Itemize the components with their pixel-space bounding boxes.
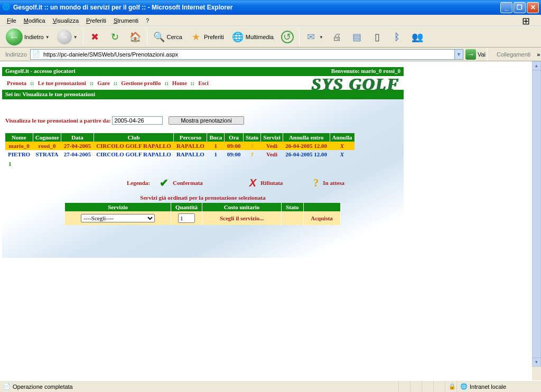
col-ora: Ora — [225, 133, 244, 142]
mobile-icon: ▯ — [371, 31, 384, 43]
svc-col-servizio: Servizio — [65, 203, 171, 211]
messenger-icon: 👥 — [411, 31, 424, 43]
refresh-icon: ↻ — [109, 31, 122, 43]
forward-dropdown-icon[interactable]: ▼ — [73, 35, 78, 40]
page-icon: 📄 — [32, 50, 41, 59]
table-header-row: Nome Cognome Data Club Percorso Buca Ora… — [5, 133, 355, 142]
legend-rifiutata: Rifiutata — [260, 180, 283, 186]
legend: Legenda: ✔ Confermata X Rifiutata ? In a… — [5, 176, 400, 189]
refresh-button[interactable]: ↻ — [106, 29, 125, 45]
services-table: Servizio Quantità Costo unitario Stato -… — [65, 203, 340, 225]
col-data: Data — [61, 133, 94, 142]
edit-button[interactable]: ▤ — [348, 29, 367, 45]
go-arrow-icon: → — [465, 49, 476, 60]
menu-file[interactable]: File — [3, 16, 20, 25]
menu-visualizza[interactable]: Visualizza — [49, 16, 82, 25]
menu-strumenti[interactable]: Strumenti — [110, 16, 142, 25]
svc-hint: Scegli il servizio... — [202, 211, 282, 225]
messenger-button[interactable]: 👥 — [408, 29, 427, 45]
filter-date-input[interactable] — [112, 116, 163, 125]
forward-button[interactable]: → ▼ — [54, 28, 81, 46]
service-select[interactable]: ----Scegli---- — [81, 214, 155, 222]
address-bar: Indirizzo 📄 ▼ → Vai Collegamenti » — [0, 48, 541, 61]
home-button[interactable]: 🏠 — [126, 29, 145, 45]
forward-arrow-icon: → — [57, 30, 72, 44]
close-button[interactable]: ✕ — [527, 2, 539, 13]
search-button[interactable]: 🔍 Cerca — [150, 29, 185, 45]
home-icon: 🏠 — [129, 31, 142, 43]
scroll-down-icon[interactable]: ▾ — [532, 358, 541, 367]
nav-gestione-profilo[interactable]: Gestione profilo — [121, 80, 161, 86]
minimize-button[interactable]: _ — [500, 2, 512, 13]
history-button[interactable]: ↺ — [278, 29, 297, 45]
print-button[interactable]: 🖨 — [328, 29, 347, 45]
menu-help[interactable]: ? — [142, 16, 153, 25]
legend-label: Legenda: — [127, 180, 150, 186]
quantity-input[interactable] — [178, 213, 195, 223]
multimedia-button[interactable]: 🌐 Multimedia — [228, 29, 277, 45]
nav-home[interactable]: Home — [172, 80, 187, 86]
svc-col-action — [303, 203, 340, 211]
lock-icon: 🔒 — [449, 383, 456, 390]
header-left: Gesgolf.it - accesso giocatori — [5, 68, 76, 76]
mail-button[interactable]: ✉ ▼ — [302, 29, 327, 45]
status-empty-cell — [422, 381, 433, 392]
cancel-link[interactable]: X — [330, 142, 355, 150]
bluetooth-button[interactable]: ᛒ — [388, 29, 407, 45]
nav-prenota[interactable]: Prenota — [7, 80, 26, 86]
address-input[interactable] — [42, 51, 454, 58]
scroll-up-icon[interactable]: ▴ — [532, 61, 541, 70]
svc-stato-cell — [282, 211, 303, 225]
vedi-link[interactable]: Vedi — [261, 142, 283, 150]
browser-viewport: Gesgolf.it - accesso giocatori Benvenuto… — [0, 61, 541, 380]
address-dropdown-icon[interactable]: ▼ — [454, 50, 463, 59]
mail-dropdown-icon[interactable]: ▼ — [319, 35, 323, 40]
star-icon: ★ — [190, 31, 202, 43]
zone-icon: 🌐 — [460, 383, 468, 390]
favorites-button[interactable]: ★ Preferiti — [186, 29, 227, 45]
go-button[interactable]: → Vai — [465, 49, 486, 60]
svc-col-quantita: Quantità — [171, 203, 202, 211]
vedi-link[interactable]: Vedi — [261, 150, 283, 158]
status-empty-cell — [398, 381, 410, 392]
menu-preferiti[interactable]: Preferiti — [82, 16, 110, 25]
status-pending-icon: ? — [243, 150, 260, 158]
status-lock-cell: 🔒 — [445, 381, 456, 392]
page-wrapper: Gesgolf.it - accesso giocatori Benvenuto… — [2, 67, 404, 258]
back-dropdown-icon[interactable]: ▼ — [45, 35, 50, 40]
acquista-link[interactable]: Acquista — [303, 211, 340, 225]
col-percorso: Percorso — [174, 133, 207, 142]
table-row[interactable]: PIETRO STRATA 27-04-2005 CIRCOLO GOLF RA… — [5, 150, 355, 158]
svc-header-row: Servizio Quantità Costo unitario Stato — [65, 203, 340, 211]
cancel-link[interactable]: X — [330, 150, 355, 158]
back-arrow-icon: ← — [6, 29, 23, 45]
search-icon: 🔍 — [153, 31, 165, 43]
print-icon: 🖨 — [331, 31, 343, 43]
links-button[interactable]: Collegamenti — [493, 50, 534, 59]
legend-in-attesa: In attesa — [323, 180, 344, 186]
show-bookings-button[interactable]: Mostra prenotazioni — [169, 116, 244, 125]
nav-gare[interactable]: Gare — [97, 80, 110, 86]
status-message: Operazione completata — [13, 384, 73, 390]
sys-golf-logo: SYS GOLF — [312, 74, 399, 94]
nav-le-tue-prenotazioni[interactable]: Le tue prenotazioni — [38, 80, 86, 86]
mobile-button[interactable]: ▯ — [368, 29, 387, 45]
window-title: Gesgolf.it :: un mondo di servizi per il… — [13, 4, 232, 11]
stop-button[interactable]: ✖ — [86, 29, 105, 45]
question-icon: ? — [313, 177, 319, 189]
menu-bar: File Modifica Visualizza Preferiti Strum… — [0, 15, 541, 26]
svc-row: ----Scegli---- Scegli il servizio... Acq… — [65, 211, 340, 225]
links-chevron-icon[interactable]: » — [537, 51, 540, 58]
pager[interactable]: 1 — [5, 158, 400, 169]
nav-esci[interactable]: Esci — [198, 80, 209, 86]
col-cognome: Cognome — [33, 133, 61, 142]
scroll-thumb[interactable] — [532, 70, 541, 358]
menu-modifica[interactable]: Modifica — [20, 16, 49, 25]
maximize-button[interactable]: ❐ — [514, 2, 526, 13]
table-row[interactable]: mario_0 rossi_0 27-04-2005 CIRCOLO GOLF … — [5, 142, 355, 150]
vertical-scrollbar[interactable]: ▴ ▾ — [532, 61, 541, 380]
media-icon: 🌐 — [231, 31, 244, 43]
filter-label: Visualizza le tue prenotazioni a partire… — [5, 117, 111, 124]
bluetooth-icon: ᛒ — [391, 31, 404, 43]
back-button[interactable]: ← Indietro ▼ — [3, 27, 53, 47]
